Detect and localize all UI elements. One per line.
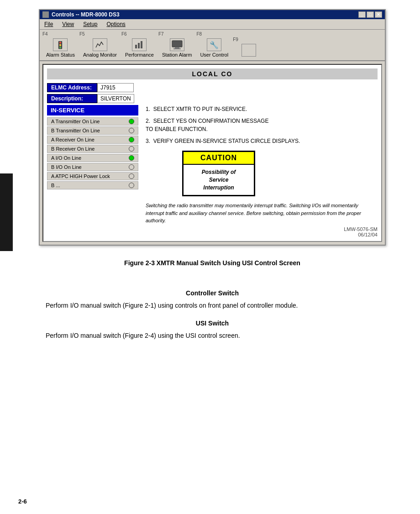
desc-value: SILVERTON xyxy=(97,94,134,103)
alarm-status-icon: 🚦 xyxy=(53,38,68,51)
svg-rect-6 xyxy=(173,48,181,49)
instruction-1-text: SELECT XMTR TO PUT IN-SERVICE. xyxy=(153,106,247,112)
section-1: USI Switch Perform I/O manual switch (Fi… xyxy=(46,320,379,341)
maximize-button[interactable]: □ xyxy=(367,11,374,18)
section-0-heading: Controller Switch xyxy=(46,289,379,297)
user-control-label: User Control xyxy=(200,52,228,58)
f9-button[interactable] xyxy=(233,43,265,58)
inner-panel: LOCAL CO ELMC Address: J7915 Description… xyxy=(42,64,382,242)
fkey-f4-label: F4 xyxy=(42,31,48,37)
window-frame: Controls -- MDR-8000 DS3 _ □ ✕ File View… xyxy=(39,9,386,246)
user-control-button[interactable]: 🔧 User Control xyxy=(196,37,232,58)
analog-monitor-label: Analog Monitor xyxy=(83,52,117,58)
service-area: IN-SERVICE A Transmitter On Line B Trans… xyxy=(47,105,378,237)
service-item-label-3: B Receiver On Line xyxy=(51,146,94,152)
station-alarm-label: Station Alarm xyxy=(162,52,192,58)
service-item-label-0: A Transmitter On Line xyxy=(51,119,100,124)
body-sections: Controller Switch Perform I/O manual swi… xyxy=(18,276,406,353)
address-row-elmc: ELMC Address: J7915 xyxy=(47,83,378,92)
status-circle-6 xyxy=(129,173,134,179)
svg-rect-1 xyxy=(138,43,140,48)
status-circle-1 xyxy=(129,128,134,133)
caution-body: Possibility ofServiceInterruption xyxy=(184,165,254,195)
instruction-3: 3. VERIFY GREEN IN-SERVICE STATUS CIRCLE… xyxy=(146,137,378,145)
status-circle-2 xyxy=(129,137,134,142)
menu-options[interactable]: Options xyxy=(104,20,128,28)
caution-box: CAUTION Possibility ofServiceInterruptio… xyxy=(182,151,255,196)
alarm-status-label: Alarm Status xyxy=(46,52,75,58)
status-circle-5 xyxy=(129,164,134,170)
fkey-f8-label: F8 xyxy=(196,31,202,37)
service-item-label-7: B ... xyxy=(51,183,60,188)
service-header: IN-SERVICE xyxy=(47,105,138,115)
section-0: Controller Switch Perform I/O manual swi… xyxy=(46,289,379,310)
close-button[interactable]: ✕ xyxy=(375,11,382,18)
menu-view[interactable]: View xyxy=(59,20,77,28)
section-1-heading: USI Switch xyxy=(46,320,379,327)
fkey-f6-label: F6 xyxy=(121,31,127,37)
instruction-2: 2. SELECT YES ON CONFIRMATION MESSAGETO … xyxy=(146,117,378,133)
main-content: Controls -- MDR-8000 DS3 _ □ ✕ File View… xyxy=(0,0,420,362)
instruction-3-text: VERIFY GREEN IN-SERVICE STATUS CIRCLE DI… xyxy=(153,138,300,144)
doc-ref-line1: LMW-5076-SM xyxy=(344,226,378,232)
toolbar: F4 🚦 Alarm Status F5 xyxy=(40,30,385,61)
service-item-6[interactable]: A ATPC HIGH Power Lock xyxy=(47,172,138,180)
left-sidebar-bar xyxy=(0,173,13,251)
service-item-1[interactable]: B Transmitter On Line xyxy=(47,126,138,135)
elmc-value: J7915 xyxy=(97,83,134,92)
service-item-4[interactable]: A I/O On Line xyxy=(47,154,138,162)
station-alarm-icon xyxy=(170,38,184,51)
service-list: IN-SERVICE A Transmitter On Line B Trans… xyxy=(47,105,138,189)
section-1-body: Perform I/O manual switch (Figure 2-4) u… xyxy=(46,330,379,341)
service-item-0[interactable]: A Transmitter On Line xyxy=(47,117,138,126)
performance-button[interactable]: Performance xyxy=(121,37,158,58)
doc-ref: LMW-5076-SM 06/12/04 xyxy=(146,226,378,237)
window-controls: _ □ ✕ xyxy=(358,11,382,18)
minimize-button[interactable]: _ xyxy=(358,11,366,18)
service-item-7[interactable]: B ... xyxy=(47,181,138,189)
caution-note: Switching the radio transmitter may mome… xyxy=(146,202,378,225)
menu-setup[interactable]: Setup xyxy=(80,20,100,28)
station-alarm-button[interactable]: Station Alarm xyxy=(158,37,195,58)
app-icon xyxy=(42,11,49,18)
instruction-1: 1. SELECT XMTR TO PUT IN-SERVICE. xyxy=(146,105,378,113)
address-row-desc: Description: SILVERTON xyxy=(47,94,378,103)
instruction-2-num: 2. xyxy=(146,118,150,124)
service-item-label-5: B I/O On Line xyxy=(51,164,82,170)
caution-body-text: Possibility ofServiceInterruption xyxy=(202,169,236,191)
page-number: 2-6 xyxy=(18,498,27,505)
status-circle-7 xyxy=(129,183,134,188)
analog-monitor-button[interactable]: Analog Monitor xyxy=(79,37,121,58)
instruction-2-text: SELECT YES ON CONFIRMATION MESSAGETO ENA… xyxy=(146,118,268,132)
toolbar-group-f9: F9 xyxy=(233,37,265,58)
title-bar-left: Controls -- MDR-8000 DS3 xyxy=(42,11,120,18)
elmc-label: ELMC Address: xyxy=(47,83,97,92)
menu-bar: File View Setup Options xyxy=(40,19,385,30)
figure-caption: Figure 2-3 XMTR Manual Switch Using USI … xyxy=(18,259,406,267)
section-0-body: Perform I/O manual switch (Figure 2-1) u… xyxy=(46,300,379,310)
fkey-f9-label: F9 xyxy=(233,37,238,43)
toolbar-group-f4: F4 🚦 Alarm Status xyxy=(42,31,79,58)
service-item-2[interactable]: A Receiver On Line xyxy=(47,136,138,144)
menu-file[interactable]: File xyxy=(42,20,56,28)
service-item-label-1: B Transmitter On Line xyxy=(51,128,100,133)
user-control-icon: 🔧 xyxy=(207,38,221,51)
service-item-label-2: A Receiver On Line xyxy=(51,137,94,142)
service-item-label-4: A I/O On Line xyxy=(51,155,81,161)
instruction-1-num: 1. xyxy=(146,106,150,112)
alarm-status-button[interactable]: 🚦 Alarm Status xyxy=(42,37,79,58)
toolbar-group-f6: F6 Performance xyxy=(121,31,158,58)
window-title: Controls -- MDR-8000 DS3 xyxy=(52,11,120,18)
service-item-label-6: A ATPC HIGH Power Lock xyxy=(51,173,110,179)
title-bar: Controls -- MDR-8000 DS3 _ □ ✕ xyxy=(40,10,385,19)
status-circle-0 xyxy=(129,119,134,124)
status-circle-3 xyxy=(129,146,134,152)
doc-ref-line2: 06/12/04 xyxy=(358,232,378,237)
fkey-f7-label: F7 xyxy=(158,31,164,37)
toolbar-group-f8: F8 🔧 User Control xyxy=(196,31,232,58)
service-item-3[interactable]: B Receiver On Line xyxy=(47,145,138,153)
service-panel-wrapper: IN-SERVICE A Transmitter On Line B Trans… xyxy=(47,105,138,237)
desc-label: Description: xyxy=(47,94,97,103)
service-item-5[interactable]: B I/O On Line xyxy=(47,163,138,171)
f9-icon xyxy=(242,44,256,57)
